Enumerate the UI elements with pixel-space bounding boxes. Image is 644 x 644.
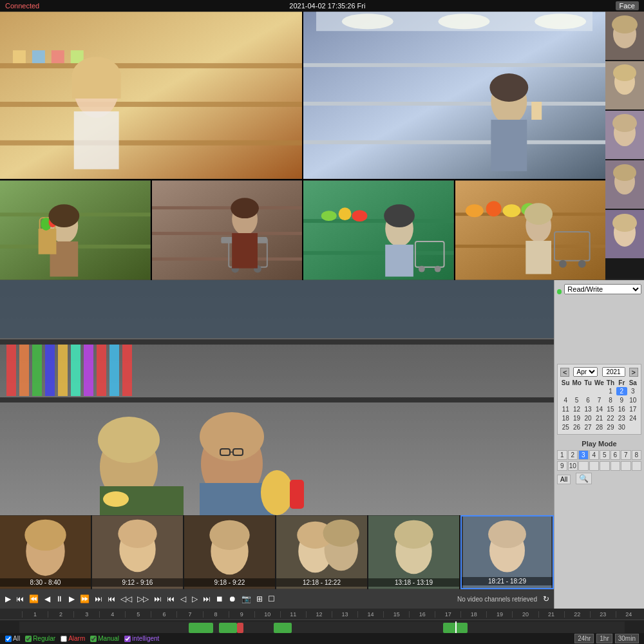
cal-day-2[interactable]: 2 <box>616 387 627 395</box>
sidebar-thumb-1[interactable] <box>605 12 644 60</box>
cal-day-17[interactable]: 17 <box>628 405 638 413</box>
legend-intelligent-check[interactable] <box>124 636 131 642</box>
play-button[interactable]: ▶ <box>3 593 13 605</box>
next-sec-button[interactable]: ▷ <box>189 593 200 605</box>
legend-alarm-check[interactable] <box>61 636 67 642</box>
cal-day-20[interactable]: 20 <box>583 414 593 422</box>
thumb-4[interactable]: 12:18 - 12:22 <box>276 515 367 589</box>
pm-cell-4[interactable]: 4 <box>589 450 600 460</box>
camera-feed-4[interactable] <box>152 180 303 280</box>
slow-rev-button[interactable]: ◀ <box>42 593 52 605</box>
pm-cell-8[interactable]: 8 <box>632 450 642 460</box>
cal-day-30[interactable]: 30 <box>616 423 627 431</box>
cal-day-14[interactable]: 14 <box>594 405 604 413</box>
fullscreen-button[interactable]: ☐ <box>266 593 277 605</box>
frame-fwd-button[interactable]: ▷▷ <box>135 593 151 605</box>
cal-day-24[interactable]: 24 <box>628 414 638 422</box>
pm-cell-7[interactable]: 7 <box>621 450 631 460</box>
cal-day-4[interactable]: 4 <box>560 396 571 404</box>
cal-day-18[interactable]: 18 <box>560 414 571 422</box>
legend-manual[interactable]: Manual <box>90 635 119 642</box>
timeline-bar[interactable] <box>19 621 625 633</box>
sidebar-thumb-2[interactable] <box>605 61 644 109</box>
cal-day-7[interactable]: 7 <box>594 396 604 404</box>
legend-all[interactable]: All <box>5 635 20 642</box>
cal-day-10[interactable]: 10 <box>628 396 638 404</box>
skip-start-button[interactable]: ⏮ <box>14 593 26 605</box>
prev-sec-button[interactable]: ◁ <box>178 593 188 605</box>
camera-feed-5[interactable] <box>303 180 454 280</box>
pm-cell-10[interactable]: 10 <box>568 461 578 471</box>
slow-fwd-button[interactable]: ▶ <box>66 593 77 605</box>
legend-alarm[interactable]: Alarm <box>61 635 85 642</box>
snap-button[interactable]: 📷 <box>240 593 253 605</box>
prev-clip-button[interactable]: ⏮ <box>165 593 176 605</box>
split-button[interactable]: ⊞ <box>254 593 265 605</box>
cal-day-15[interactable]: 15 <box>605 405 616 413</box>
sidebar-thumb-3[interactable] <box>605 111 644 159</box>
face-button[interactable]: Face <box>616 1 639 10</box>
step-back-button[interactable]: ⏮ <box>106 593 117 605</box>
legend-all-check[interactable] <box>5 636 12 642</box>
cal-day-27[interactable]: 27 <box>583 423 593 431</box>
cal-day-8[interactable]: 8 <box>605 396 616 404</box>
cal-day-26[interactable]: 26 <box>571 423 582 431</box>
cal-day-12[interactable]: 12 <box>571 405 582 413</box>
camera-feed-6[interactable] <box>455 180 606 280</box>
thumb-5[interactable]: 13:18 - 13:19 <box>368 515 459 589</box>
frame-back-button[interactable]: ◁◁ <box>118 593 134 605</box>
last-button[interactable]: ⏭ <box>152 593 164 605</box>
cal-day-9[interactable]: 9 <box>616 396 627 404</box>
pm-all-button[interactable]: All <box>557 475 571 484</box>
zoom-24hr-button[interactable]: 24hr <box>574 634 594 643</box>
sidebar-thumb-4[interactable] <box>605 160 644 209</box>
zoom-30min-button[interactable]: 30min <box>615 634 639 643</box>
camera-feed-3[interactable] <box>0 180 151 280</box>
sidebar-thumb-5[interactable] <box>605 210 644 258</box>
pm-search-button[interactable]: 🔍 <box>576 473 592 484</box>
cal-day-29[interactable]: 29 <box>605 423 616 431</box>
cal-day-22[interactable]: 22 <box>605 414 616 422</box>
legend-regular-check[interactable] <box>25 636 32 642</box>
fast-fwd-button[interactable]: ⏩ <box>78 593 91 605</box>
thumb-2[interactable]: 9:12 - 9:16 <box>92 515 183 589</box>
pm-cell-2[interactable]: 2 <box>568 450 578 460</box>
legend-intelligent[interactable]: intelligent <box>124 635 159 642</box>
cal-day-1[interactable]: 1 <box>605 387 616 395</box>
rec-button[interactable]: ⏺ <box>227 593 238 605</box>
pm-cell-3[interactable]: 3 <box>578 450 589 460</box>
cal-day-23[interactable]: 23 <box>616 414 627 422</box>
skip-end-button[interactable]: ⏭ <box>93 593 104 605</box>
legend-regular[interactable]: Regular <box>25 635 55 642</box>
thumb-1[interactable]: 8:30 - 8:40 <box>0 515 91 589</box>
pm-cell-6[interactable]: 6 <box>611 450 621 460</box>
cal-day-19[interactable]: 19 <box>571 414 582 422</box>
camera-feed-2[interactable] <box>303 12 605 179</box>
refresh-button[interactable]: ↻ <box>541 593 551 605</box>
calendar-year-input[interactable] <box>602 367 625 377</box>
calendar-next-btn[interactable]: > <box>629 368 638 377</box>
next-clip-button[interactable]: ⏭ <box>201 593 213 605</box>
playback-main[interactable] <box>0 280 554 525</box>
cal-day-21[interactable]: 21 <box>594 414 604 422</box>
pm-cell-9[interactable]: 9 <box>557 461 567 471</box>
cal-day-25[interactable]: 25 <box>560 423 571 431</box>
thumb-6[interactable]: 18:21 - 18:29 <box>460 515 554 589</box>
read-write-select[interactable]: Read/Write <box>564 284 641 294</box>
cal-day-13[interactable]: 13 <box>583 405 593 413</box>
pm-cell-5[interactable]: 5 <box>600 450 610 460</box>
camera-feed-1[interactable] <box>0 12 302 179</box>
cal-day-11[interactable]: 11 <box>560 405 571 413</box>
cal-day-28[interactable]: 28 <box>594 423 604 431</box>
stop-button[interactable]: ⏹ <box>214 593 225 605</box>
cal-day-5[interactable]: 5 <box>571 396 582 404</box>
pm-cell-1[interactable]: 1 <box>557 450 567 460</box>
calendar-prev-btn[interactable]: < <box>560 368 569 377</box>
legend-manual-check[interactable] <box>90 636 97 642</box>
zoom-1hr-button[interactable]: 1hr <box>596 634 612 643</box>
pause-button[interactable]: ⏸ <box>53 593 65 605</box>
prev-frame-button[interactable]: ⏪ <box>27 593 41 605</box>
cal-day-16[interactable]: 16 <box>616 405 627 413</box>
cal-day-6[interactable]: 6 <box>583 396 593 404</box>
calendar-month-select[interactable]: Apr <box>573 367 598 377</box>
